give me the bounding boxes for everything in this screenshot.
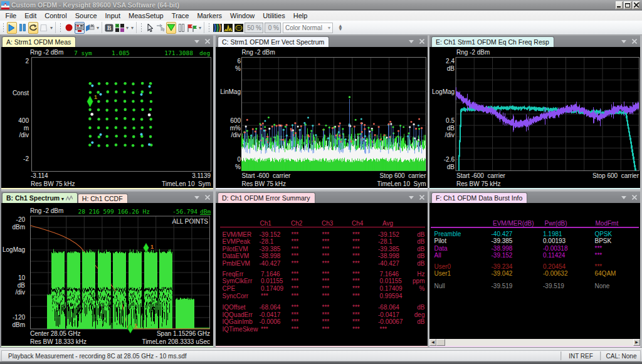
spectrum-plot: 11	[0, 203, 213, 345]
pause-button[interactable]	[18, 22, 28, 34]
panel-close-icon[interactable]	[205, 39, 210, 44]
panel-b-tab-label: B: Ch1 Spectrum	[6, 194, 60, 202]
row-label: IQQuadErr	[223, 311, 253, 318]
cell-ch1: 0.01155	[261, 278, 283, 284]
panel-h-tab[interactable]: H: Ch1 CCDF	[78, 194, 128, 203]
panel-menu-arrow-icon[interactable]	[621, 195, 627, 200]
menu-trace[interactable]: Trace	[167, 11, 193, 21]
menu-meassetup[interactable]: MeasSetup	[125, 11, 168, 21]
cell-ch1: ***	[261, 326, 268, 333]
horizontal-scrollbar[interactable]: ◀▶	[429, 339, 640, 346]
bold-b-button[interactable]: B	[104, 22, 114, 34]
toolbar-overflow-icon[interactable]: ▾	[95, 26, 100, 29]
status-message: Playback Measurement - recording 8C at 2…	[2, 353, 187, 360]
color-mode-combo[interactable]: Color Normal▾	[283, 23, 333, 33]
panel-menu-arrow-icon[interactable]	[194, 39, 200, 44]
restart-button[interactable]	[28, 22, 38, 34]
maximize-button[interactable]	[624, 1, 632, 9]
single-acq-button[interactable]	[39, 22, 49, 34]
layout-grid-button[interactable]	[115, 22, 125, 34]
menu-control[interactable]: Control	[41, 11, 71, 21]
close-button[interactable]	[633, 1, 641, 9]
menu-help[interactable]: Help	[289, 11, 312, 21]
flag-markers-button[interactable]	[187, 22, 197, 34]
menu-window[interactable]: Window	[226, 11, 259, 21]
row-label: EVMPeak	[223, 238, 250, 245]
cell-ch3: ***	[322, 311, 330, 318]
panel-c-content: Rng -2 dBm6%LinMag600m%/div0%Start -600 …	[216, 47, 428, 188]
cell-mod: None	[595, 283, 610, 289]
cell-ch4: ***	[352, 304, 360, 311]
cell-avg: -40.427	[378, 260, 399, 267]
cell-mod: ***	[595, 263, 603, 270]
panel-close-icon[interactable]	[419, 39, 424, 44]
spectrogram-button[interactable]	[213, 22, 223, 34]
window-left-edge	[0, 35, 1, 347]
cell-evm: -39.385	[492, 237, 513, 244]
panel-menu-arrow-icon[interactable]	[621, 39, 627, 44]
panel-f-tabstrip: F: Ch1 OFDM Data Burst Info	[429, 191, 640, 203]
panel-e-tab[interactable]: E: Ch1 Strm1 OFDM Eq Ch Freq Resp	[431, 36, 554, 47]
scrollbar-track[interactable]	[445, 339, 633, 346]
display-select-button[interactable]	[75, 22, 85, 34]
window-bottom-edge	[0, 361, 642, 364]
tab-dropdown-arrow-icon[interactable]: ▾	[61, 196, 64, 202]
panel-menu-arrow-icon[interactable]	[409, 39, 414, 44]
marker-triangle-button[interactable]	[166, 22, 176, 34]
cell-ch2: ***	[292, 260, 299, 267]
window-title: Custom OFDM - Keysight 89600 VSA Softwar…	[11, 1, 179, 9]
scroll-left-button[interactable]: ◀	[429, 339, 436, 346]
toolbar-overflow-icon[interactable]: ▾	[49, 26, 54, 29]
toolbar-overflow-icon[interactable]: ▾	[197, 26, 203, 29]
panel-c-tab[interactable]: C: Strm1 OFDM Err Vect Spectrum	[218, 36, 329, 47]
cell-avg: -0.0417	[378, 311, 399, 318]
panel-f-tab[interactable]: F: Ch1 OFDM Data Burst Info	[431, 192, 527, 203]
menu-utilities[interactable]: Utilities	[259, 11, 289, 21]
cell-pwr: -0.00632	[543, 270, 567, 277]
cell-evm: -39.042	[492, 270, 513, 277]
row-label: User1	[434, 270, 451, 277]
restore-layout-button[interactable]	[85, 22, 95, 34]
status-separator	[600, 351, 601, 360]
play-button[interactable]	[7, 22, 17, 34]
panel-menu-arrow-icon[interactable]	[194, 195, 200, 200]
panel-d: D: Ch1 OFDM Error SummaryCh1Ch2Ch3Ch4Avg…	[216, 191, 428, 347]
menu-input[interactable]: Input	[101, 11, 124, 21]
scroll-right-button[interactable]: ▶	[633, 339, 640, 346]
panel-menu-arrow-icon[interactable]	[409, 195, 414, 200]
cell-ch1: -38.998	[260, 252, 281, 259]
menu-markers[interactable]: Markers	[193, 11, 226, 21]
panel-close-icon[interactable]	[632, 39, 637, 44]
pointer-button[interactable]	[145, 22, 155, 34]
eye-display-button[interactable]	[234, 22, 244, 34]
panel-b-tab[interactable]: B: Ch1 Spectrum ▾	[2, 192, 78, 203]
cell-ch4: ***	[352, 238, 360, 245]
peak-search-button[interactable]	[155, 22, 166, 34]
overlap-percent-box[interactable]: 50 %	[245, 23, 263, 33]
cell-mod: BPSK	[595, 237, 612, 244]
cell-unit: Hz	[403, 271, 425, 278]
scrollbar-thumb[interactable]	[436, 339, 445, 346]
cell-ch2: ***	[292, 271, 299, 278]
menu-edit[interactable]: Edit	[21, 11, 41, 21]
offset-percent-box[interactable]: 0 %	[265, 23, 281, 33]
minimize-button[interactable]	[616, 1, 624, 9]
cell-mod: 64QAM	[595, 270, 616, 277]
record-button[interactable]	[64, 22, 74, 34]
spectrum-display-button[interactable]	[223, 22, 233, 34]
layout-dropdown-arrow[interactable]: ▾	[125, 26, 130, 29]
cell-unit: dB	[403, 260, 425, 267]
panel-a-tab[interactable]: A: Strm1 OFDM Meas	[2, 36, 76, 47]
cell-avg: 0.01155	[380, 278, 402, 284]
band-marker-button[interactable]	[177, 22, 187, 34]
panel-d-tab[interactable]: D: Ch1 OFDM Error Summary	[218, 192, 315, 203]
panel-close-icon[interactable]	[419, 195, 424, 200]
menu-file[interactable]: File	[1, 11, 21, 21]
panel-close-icon[interactable]	[205, 195, 210, 200]
panel-close-icon[interactable]	[632, 195, 637, 200]
panel-d-tab-controls	[409, 195, 424, 200]
menu-source[interactable]: Source	[71, 11, 101, 21]
cell-ch4: ***	[352, 318, 360, 325]
toolbar-overflow-icon[interactable]: ▲▼	[338, 24, 343, 31]
toolbar-overflow-icon[interactable]: ▾	[130, 26, 135, 29]
